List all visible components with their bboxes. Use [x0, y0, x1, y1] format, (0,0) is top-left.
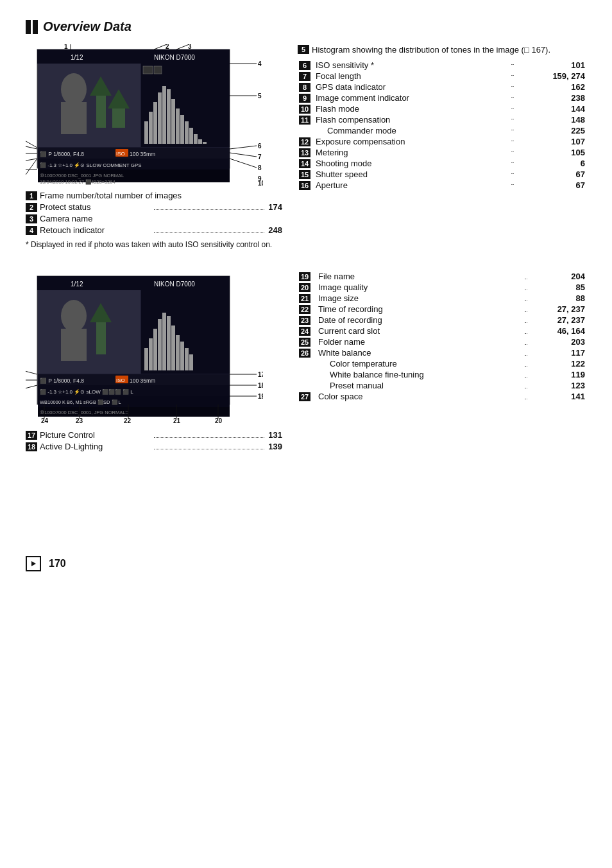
item-number-cell: 12: [298, 136, 314, 147]
item-label-cell: Metering: [314, 147, 510, 158]
dot-leader: [511, 162, 514, 163]
item-page-cell: 204: [529, 271, 586, 282]
item-page-cell: 148: [515, 114, 586, 125]
item-number-cell: 14: [298, 158, 314, 169]
item-number: 1: [26, 191, 37, 200]
svg-line-58: [26, 139, 37, 148]
svg-rect-7: [96, 96, 106, 128]
table-row: 10 Flash mode 144: [298, 103, 586, 114]
dot-leader: [154, 232, 264, 233]
dot-leader: [511, 108, 514, 108]
svg-line-62: [26, 159, 37, 179]
item-label-cell: Flash mode: [314, 103, 510, 114]
svg-text:18: 18: [258, 382, 263, 389]
list-item: 1 Frame number/total number of images: [26, 191, 282, 200]
dot-leader: [525, 333, 527, 334]
playback-icon: [26, 556, 41, 571]
svg-rect-84: [162, 313, 166, 370]
item-page-cell: 203: [529, 336, 586, 347]
item-number-cell: 15: [298, 169, 314, 180]
dot-leader: [511, 130, 514, 130]
list-item: 2 Protect status 174: [26, 202, 282, 212]
dot-leader: [525, 290, 527, 290]
svg-text:8: 8: [258, 164, 262, 171]
svg-text:NIKON D7000: NIKON D7000: [154, 54, 195, 61]
item-label-cell: Current card slot: [317, 326, 523, 336]
svg-rect-14: [153, 102, 157, 144]
dot-leader: [525, 311, 527, 312]
item-number-cell: 11: [298, 114, 314, 125]
list-item: 4 Retouch indicator 248: [26, 225, 282, 235]
svg-text:⑩100D7000 DSC_0001  JPG       : ⑩100D7000 DSC_0001 JPG NORMAL: [40, 173, 124, 178]
item-label-cell: Aperture: [314, 180, 510, 191]
item-number-cell: 20: [298, 282, 317, 293]
table-row: 15 Shutter speed 67: [298, 169, 586, 180]
item-label-cell: Color space: [317, 391, 523, 402]
table-row: 16 Aperture 67: [298, 180, 586, 191]
item-page-cell: 88: [529, 293, 586, 304]
item-page-cell: 144: [515, 103, 586, 114]
item-number: 5: [298, 45, 309, 54]
svg-text:7: 7: [258, 153, 262, 161]
table-row: 22 Time of recording 27, 237: [298, 304, 586, 315]
svg-rect-12: [144, 121, 148, 144]
item-number-cell: 8: [298, 82, 314, 92]
item-page-cell: 46, 164: [529, 326, 586, 336]
table-row: Preset manual 123: [298, 380, 586, 391]
item-number: 2: [26, 203, 37, 212]
svg-text:10: 10: [258, 180, 263, 186]
svg-rect-89: [185, 348, 189, 370]
left-items2-list: 17 Picture Control 131 18 Active D-Light…: [26, 430, 282, 451]
item-label-cell: Date of recording: [317, 315, 523, 326]
title-decoration: [26, 20, 38, 34]
svg-line-52: [26, 146, 37, 149]
svg-text:22: 22: [124, 417, 132, 424]
item-page-cell: 67: [515, 169, 586, 180]
svg-rect-81: [149, 338, 153, 370]
item-label-cell: File name: [317, 271, 523, 282]
item-page-cell: 159, 274: [515, 71, 586, 82]
item-number: 17: [26, 431, 37, 440]
svg-rect-22: [189, 128, 193, 144]
item-label-cell: Color temperature: [317, 358, 523, 369]
table-row: 11 Flash compensation 148: [298, 114, 586, 125]
item-text: Retouch indicator: [40, 225, 150, 235]
svg-text:⑩100D7000 DSC_0001, JPG       : ⑩100D7000 DSC_0001, JPG NORMAL=: [40, 410, 128, 415]
page-number: 170: [49, 558, 66, 569]
dot-leader: [511, 184, 514, 185]
item-label-cell: Focal length: [314, 71, 510, 82]
item-label-cell: Preset manual: [317, 380, 523, 391]
item-number-cell: 27: [298, 391, 317, 402]
item-label-cell: Shutter speed: [314, 169, 510, 180]
dot-leader: [511, 119, 514, 119]
item-number-cell: 7: [298, 71, 314, 82]
svg-rect-76: [61, 329, 87, 361]
second-section: 1/12 NIKON D7000: [26, 271, 586, 453]
svg-rect-24: [198, 139, 202, 144]
list-item: 17 Picture Control 131: [26, 430, 282, 440]
svg-text:15/04/2010  10:02:27        ⬛4: 15/04/2010 10:02:27 ⬛4928×3264: [40, 179, 115, 185]
svg-line-40: [154, 44, 167, 49]
svg-rect-20: [180, 115, 184, 144]
table-row: Color temperature 122: [298, 358, 586, 369]
svg-rect-17: [167, 89, 171, 144]
svg-rect-83: [158, 319, 162, 370]
item-label-cell: ISO sensitivity *: [314, 60, 510, 71]
page-title: Overview Data: [26, 19, 586, 34]
item-page: 139: [268, 442, 282, 451]
item-text: Camera name: [40, 214, 282, 223]
item-label-cell: Folder name: [317, 336, 523, 347]
item-label-cell: Exposure compensation: [314, 136, 510, 147]
table-row: 26 White balance 117: [298, 347, 586, 358]
item-page: 248: [268, 225, 282, 235]
item-number-cell: 25: [298, 336, 317, 347]
dot-leader: [154, 209, 264, 210]
svg-text:3: 3: [188, 44, 192, 50]
item-number-cell: 6: [298, 60, 314, 71]
item-page-cell: 119: [529, 369, 586, 380]
table-row: 20 Image quality 85: [298, 282, 586, 293]
table-row: 14 Shooting mode 6: [298, 158, 586, 169]
camera-diagram-top: 1/12 NIKON D7000: [26, 44, 263, 186]
svg-text:1: 1: [64, 44, 68, 50]
item-text: Frame number/total number of images: [40, 191, 282, 200]
